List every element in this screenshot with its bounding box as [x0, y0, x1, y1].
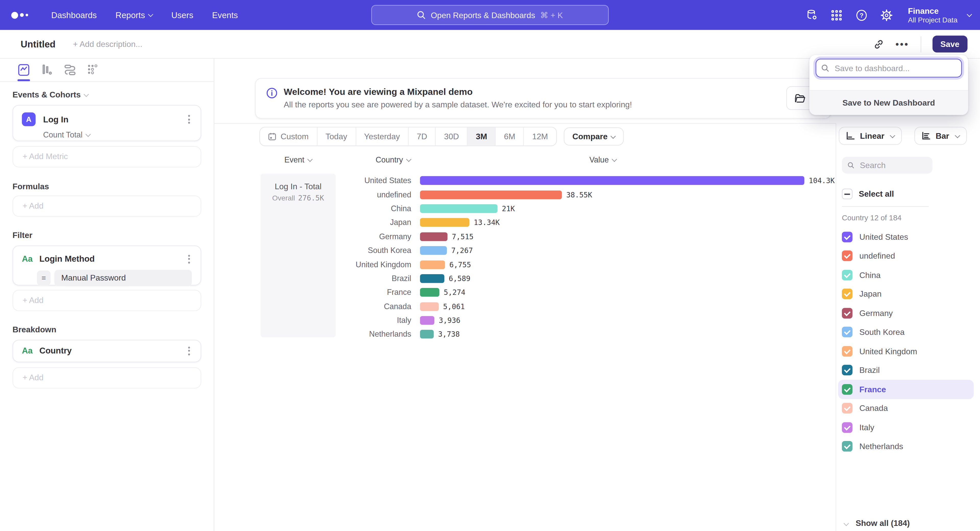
bar-france[interactable] [420, 288, 439, 297]
bar-italy[interactable] [420, 316, 434, 325]
copy-link-icon[interactable] [873, 38, 884, 50]
tab-insights-icon[interactable] [18, 64, 30, 76]
filter-kebab-icon[interactable] [186, 253, 192, 265]
legend-checkbox[interactable] [842, 441, 853, 452]
global-search[interactable]: Open Reports & Dashboards ⌘ + K [371, 5, 609, 25]
select-all-row[interactable]: Select all [842, 189, 894, 200]
date-range-30d[interactable]: 30D [436, 127, 468, 146]
add-breakdown-button[interactable]: + Add [13, 367, 201, 388]
date-range-custom[interactable]: Custom [260, 127, 318, 146]
legend-checkbox[interactable] [842, 231, 853, 242]
bar-japan[interactable] [420, 218, 469, 227]
bar-value-label: 7,267 [451, 246, 473, 255]
nav-item-users[interactable]: Users [171, 10, 193, 20]
show-all-button[interactable]: Show all (184) [845, 518, 910, 528]
legend-checkbox[interactable] [842, 384, 853, 395]
legend-item-brazil[interactable]: Brazil [838, 361, 974, 380]
compare-button[interactable]: Compare [563, 127, 624, 146]
legend-checkbox[interactable] [842, 403, 853, 414]
metric-event-name[interactable]: Log In [43, 114, 186, 124]
save-to-dashboard-input[interactable] [834, 63, 956, 73]
add-metric-button[interactable]: + Add Metric [13, 146, 201, 167]
legend-checkbox[interactable] [842, 365, 853, 376]
data-management-icon[interactable] [805, 9, 818, 21]
bar-united-states[interactable] [420, 176, 804, 185]
report-description-placeholder[interactable]: + Add description... [73, 39, 142, 49]
settings-gear-icon[interactable] [880, 9, 893, 21]
date-range-today[interactable]: Today [318, 127, 356, 146]
save-to-dashboard-field[interactable] [816, 59, 962, 77]
legend-checkbox[interactable] [842, 289, 853, 300]
select-all-checkbox[interactable] [842, 189, 853, 200]
filter-operator-select[interactable]: = [37, 270, 51, 285]
bar-germany[interactable] [420, 232, 448, 241]
legend-item-undefined[interactable]: undefined [838, 246, 974, 265]
bar-undefined[interactable] [420, 190, 562, 199]
metric-aggregation-select[interactable]: Count Total [43, 131, 192, 139]
legend-item-canada[interactable]: Canada [838, 399, 974, 418]
metric-letter-badge[interactable]: A [22, 113, 36, 126]
legend-item-united-kingdom[interactable]: United Kingdom [838, 342, 974, 361]
project-selector[interactable]: Finance All Project Data [908, 6, 971, 24]
mixpanel-logo-icon[interactable] [11, 11, 36, 18]
tab-funnels-icon[interactable] [41, 64, 53, 76]
chart-type-select[interactable]: Bar [915, 127, 967, 145]
date-range-7d[interactable]: 7D [409, 127, 436, 146]
chart-display-controls: Linear Bar [839, 127, 967, 145]
date-range-6m[interactable]: 6M [496, 127, 524, 146]
events-section-header[interactable]: Events & Cohorts [13, 90, 201, 100]
legend-item-united-states[interactable]: United States [838, 227, 974, 246]
tab-flows-icon[interactable] [64, 64, 76, 76]
breakdown-kebab-icon[interactable] [186, 345, 192, 357]
legend-search[interactable] [842, 157, 932, 174]
legend-checkbox[interactable] [842, 327, 853, 338]
bar-category-label: undefined [215, 190, 411, 199]
legend-item-japan[interactable]: Japan [838, 285, 974, 304]
legend-item-south-korea[interactable]: South Korea [838, 323, 974, 342]
date-range-yesterday[interactable]: Yesterday [356, 127, 409, 146]
bar-china[interactable] [420, 204, 498, 213]
bar-south-korea[interactable] [420, 246, 447, 255]
report-title[interactable]: Untitled [21, 39, 56, 49]
bar-united-kingdom[interactable] [420, 260, 445, 269]
help-icon[interactable]: ? [856, 9, 868, 21]
save-to-new-dashboard-item[interactable]: Save to New Dashboard [809, 90, 968, 115]
save-button[interactable]: Save [932, 36, 967, 52]
legend-checkbox[interactable] [842, 251, 853, 262]
legend-checkbox[interactable] [842, 269, 853, 280]
nav-item-dashboards[interactable]: Dashboards [51, 10, 97, 20]
filter-property-name[interactable]: Login Method [39, 254, 186, 264]
legend-item-netherlands[interactable]: Netherlands [838, 437, 974, 456]
legend-search-input[interactable] [859, 160, 927, 171]
more-actions-button[interactable]: ••• [896, 39, 909, 49]
nav-item-events[interactable]: Events [212, 10, 238, 20]
query-sections: Events & Cohorts A Log In Count Total + … [0, 90, 214, 389]
date-range-12m[interactable]: 12M [524, 127, 556, 146]
tab-retention-icon[interactable] [87, 64, 99, 76]
metric-kebab-icon[interactable] [186, 113, 192, 125]
legend-checkbox[interactable] [842, 308, 853, 319]
nav-item-reports[interactable]: Reports [116, 10, 153, 20]
filter-value-select[interactable]: Manual Password [54, 270, 192, 286]
legend-item-italy[interactable]: Italy [838, 418, 974, 437]
column-header-event[interactable]: Event [261, 155, 336, 164]
legend-item-china[interactable]: China [838, 265, 974, 285]
chart-area: Welcome! You are viewing a Mixpanel demo… [215, 59, 835, 531]
bar-brazil[interactable] [420, 274, 445, 283]
date-range-3m[interactable]: 3M [468, 127, 496, 146]
legend-checkbox[interactable] [842, 346, 853, 357]
legend-checkbox[interactable] [842, 422, 853, 433]
add-filter-button[interactable]: + Add [13, 290, 201, 311]
bar-netherlands[interactable] [420, 330, 434, 339]
bar-canada[interactable] [420, 302, 439, 311]
linear-axis-icon [846, 132, 855, 140]
column-header-value[interactable]: Value [589, 155, 616, 164]
bar-category-label: United Kingdom [215, 260, 411, 269]
scale-select[interactable]: Linear [839, 127, 902, 145]
add-formula-button[interactable]: + Add [13, 196, 201, 217]
column-header-country[interactable]: Country [375, 155, 410, 164]
apps-grid-icon[interactable] [830, 9, 843, 21]
legend-item-germany[interactable]: Germany [838, 303, 974, 323]
legend-item-france[interactable]: France [838, 380, 974, 399]
breakdown-property-name[interactable]: Country [39, 346, 186, 355]
